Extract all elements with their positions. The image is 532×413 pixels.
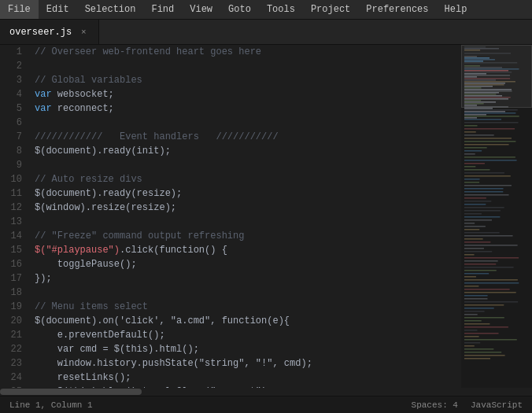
line-number: 2: [0, 59, 22, 73]
code-line: //////////// Event handlers ///////////: [35, 130, 455, 144]
editor-area: 1234567891011121314151617181920212223242…: [0, 45, 532, 388]
token-plain: e.preventDefault();: [35, 330, 165, 341]
horizontal-scrollbar[interactable]: [0, 388, 532, 396]
code-line: $("#playpause").click(function() {: [35, 243, 455, 257]
token-plain: resetLinks();: [35, 372, 131, 383]
token-keyword: var: [35, 103, 52, 114]
code-line: [35, 116, 455, 130]
code-line: var cmd = $(this).html();: [35, 342, 455, 356]
code-line: // Global variables: [35, 73, 455, 87]
token-comment: // Menu items select: [35, 301, 148, 312]
tab-bar: overseer.js ×: [0, 20, 532, 45]
code-line: window.history.pushState("string", "!", …: [35, 356, 455, 371]
menu-item-help[interactable]: Help: [437, 0, 475, 19]
line-number: 11: [0, 186, 22, 201]
token-plain: websocket;: [52, 89, 114, 100]
line-number: 7: [0, 130, 22, 144]
code-line: // Auto resize divs: [35, 172, 455, 186]
menu-item-view[interactable]: View: [182, 0, 220, 19]
code-line: $(window).resize(resize);: [35, 201, 455, 215]
token-plain: togglePause();: [35, 259, 137, 270]
code-line: [35, 59, 455, 73]
token-selector: $("#playpause"): [35, 245, 120, 256]
code-line: e.preventDefault();: [35, 328, 455, 342]
spaces-info: Spaces: 4: [412, 400, 458, 410]
line-number: 20: [0, 314, 22, 328]
menu-item-preferences[interactable]: Preferences: [358, 0, 436, 19]
code-line: [35, 158, 455, 172]
code-line: });: [35, 271, 455, 286]
line-number: 4: [0, 87, 22, 101]
token-plain: $(document).on('click', "a.cmd", functio…: [35, 315, 290, 326]
token-plain: reconnect;: [52, 103, 114, 114]
code-line: resetLinks();: [35, 371, 455, 385]
token-plain: $(window).resize(resize);: [35, 202, 176, 213]
menu-item-project[interactable]: Project: [303, 0, 358, 19]
line-number: 3: [0, 73, 22, 87]
token-comment: // Auto resize divs: [35, 174, 142, 185]
token-plain: .click(function() {: [120, 245, 227, 256]
token-comment: // Overseer web-frontend heart goes here: [35, 46, 261, 57]
status-bar: Line 1, Column 1 Spaces: 4 JavaScript: [0, 396, 532, 413]
token-comment: // Global variables: [35, 75, 142, 86]
code-line: $(document).ready(resize);: [35, 186, 455, 201]
line-number: 19: [0, 300, 22, 314]
line-number: 8: [0, 144, 22, 158]
line-number: 22: [0, 342, 22, 356]
line-number: 5: [0, 101, 22, 116]
line-number: 15: [0, 243, 22, 257]
horizontal-scrollbar-thumb[interactable]: [0, 389, 142, 395]
status-right: Spaces: 4 JavaScript: [412, 400, 523, 410]
code-line: var websocket;: [35, 87, 455, 101]
code-line: $(document).ready(init);: [35, 144, 455, 158]
line-number: 24: [0, 371, 22, 385]
code-line: // Overseer web-frontend heart goes here: [35, 45, 455, 59]
line-number: 1: [0, 45, 22, 59]
code-line: [35, 215, 455, 229]
line-number: 23: [0, 356, 22, 371]
line-number: 12: [0, 201, 22, 215]
token-plain: $(document).ready(init);: [35, 146, 171, 157]
code-panel[interactable]: 1234567891011121314151617181920212223242…: [0, 45, 461, 388]
menu-item-edit[interactable]: Edit: [39, 0, 77, 19]
token-keyword: var: [35, 89, 52, 100]
line-number: 16: [0, 257, 22, 271]
line-number: 9: [0, 158, 22, 172]
code-content[interactable]: // Overseer web-frontend heart goes here…: [28, 45, 461, 388]
token-comment: // "Freeze" command output refreshing: [35, 230, 244, 242]
menu-item-find[interactable]: Find: [143, 0, 182, 19]
line-number: 21: [0, 328, 22, 342]
token-plain: });: [35, 273, 52, 284]
line-number: 18: [0, 286, 22, 300]
line-number: 10: [0, 172, 22, 186]
tab-close-button[interactable]: ×: [78, 27, 89, 38]
tab-overseer[interactable]: overseer.js ×: [0, 20, 99, 44]
status-left: Line 1, Column 1: [9, 400, 93, 410]
menu-bar: FileEditSelectionFindViewGotoToolsProjec…: [0, 0, 532, 20]
line-number: 17: [0, 271, 22, 286]
token-plain: $(document).ready(resize);: [35, 188, 182, 199]
menu-item-goto[interactable]: Goto: [220, 0, 259, 19]
code-line: // "Freeze" command output refreshing: [35, 229, 455, 243]
token-plain: var cmd = $(this).html();: [35, 344, 199, 355]
cursor-position: Line 1, Column 1: [9, 400, 93, 410]
line-numbers: 1234567891011121314151617181920212223242…: [0, 45, 28, 388]
menu-item-file[interactable]: File: [0, 0, 39, 19]
token-comment: //////////// Event handlers ///////////: [35, 131, 279, 142]
token-plain: window.history.pushState("string", "!", …: [35, 358, 312, 369]
line-number: 13: [0, 215, 22, 229]
language-info: JavaScript: [471, 400, 523, 410]
line-number: 6: [0, 116, 22, 130]
menu-item-tools[interactable]: Tools: [259, 0, 303, 19]
minimap: [461, 45, 532, 388]
code-line: var reconnect;: [35, 101, 455, 116]
minimap-viewport: [461, 45, 532, 108]
menu-item-selection[interactable]: Selection: [77, 0, 144, 19]
code-line: $(document).on('click', "a.cmd", functio…: [35, 314, 455, 328]
line-number: 14: [0, 229, 22, 243]
tab-filename: overseer.js: [9, 27, 72, 38]
code-line: togglePause();: [35, 257, 455, 271]
code-line: // Menu items select: [35, 300, 455, 314]
code-line: [35, 286, 455, 300]
